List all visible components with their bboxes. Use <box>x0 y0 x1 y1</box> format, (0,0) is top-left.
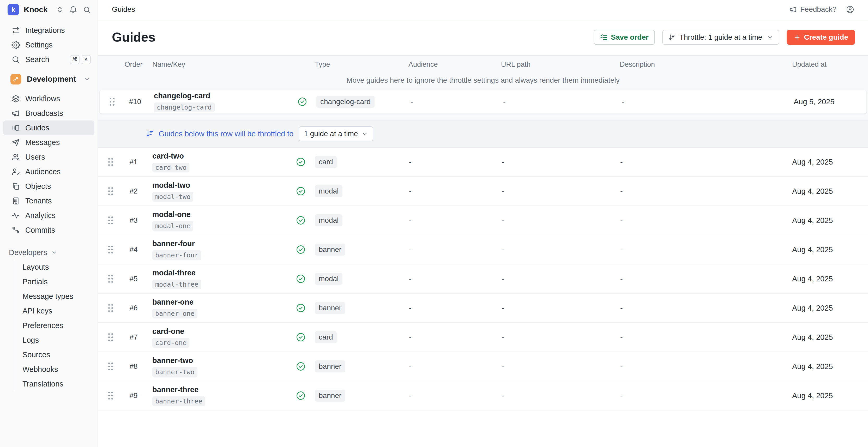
sidebar-item-label: Integrations <box>25 26 65 35</box>
sidebar-item-message-types[interactable]: Message types <box>22 289 97 304</box>
drag-handle[interactable] <box>108 158 113 166</box>
drag-handle[interactable] <box>108 187 113 195</box>
sidebar-item-analytics[interactable]: Analytics <box>3 208 94 223</box>
guide-name-link[interactable]: banner-two <box>152 356 193 365</box>
sidebar-item-layouts[interactable]: Layouts <box>22 260 97 274</box>
account-avatar-icon[interactable] <box>846 5 855 14</box>
guide-url-path: - <box>501 158 620 166</box>
sidebar-item-preferences[interactable]: Preferences <box>22 318 97 333</box>
workspace-logo: k <box>7 4 19 15</box>
guide-url-path: - <box>501 362 620 371</box>
feedback-button[interactable]: Feedback? <box>789 5 836 13</box>
guide-updated-at: Aug 4, 2025 <box>790 158 868 166</box>
keycap: K <box>82 55 91 64</box>
status-active-check-icon <box>296 274 306 284</box>
guide-name-link[interactable]: banner-four <box>152 240 195 248</box>
drag-handle[interactable] <box>110 98 115 106</box>
sort-descending-icon <box>668 33 676 41</box>
guide-name-link[interactable]: modal-two <box>152 181 190 190</box>
notifications-bell-icon[interactable] <box>69 6 77 13</box>
guide-name-link[interactable]: changelog-card <box>154 92 210 100</box>
guide-description: - <box>621 98 792 106</box>
guide-name-link[interactable]: modal-three <box>152 268 196 277</box>
dropzone-hint: Move guides here to ignore the throttle … <box>98 73 868 88</box>
environment-name: Development <box>27 74 76 84</box>
sidebar-item-objects[interactable]: Objects <box>3 179 94 193</box>
sidebar-item-api-keys[interactable]: API keys <box>22 304 97 318</box>
guide-type-badge: card <box>315 156 337 168</box>
sidebar-item-integrations[interactable]: Integrations <box>3 23 94 37</box>
guide-name-link[interactable]: banner-three <box>152 385 198 394</box>
sidebar-item-broadcasts[interactable]: Broadcasts <box>3 106 94 121</box>
throttle-dropdown[interactable]: Throttle: 1 guide at a time <box>662 30 780 45</box>
sidebar-item-webhooks[interactable]: Webhooks <box>22 362 97 377</box>
guide-type-badge: banner <box>315 390 345 402</box>
drag-handle[interactable] <box>108 246 113 254</box>
drag-handle[interactable] <box>108 362 113 370</box>
workspace-switcher[interactable]: k Knock <box>0 0 97 19</box>
save-order-button[interactable]: Save order <box>594 30 655 45</box>
sidebar-item-translations[interactable]: Translations <box>22 377 97 391</box>
pinned-guide-card: #10changelog-cardchangelog-cardchangelog… <box>99 90 867 114</box>
create-guide-button[interactable]: Create guide <box>786 30 855 45</box>
sidebar-item-label: Objects <box>25 182 51 191</box>
drag-handle[interactable] <box>108 304 113 312</box>
sidebar-item-guides[interactable]: Guides <box>3 121 94 135</box>
user-check-icon <box>11 167 20 176</box>
status-active-check-icon <box>296 303 306 313</box>
guide-name-link[interactable]: modal-one <box>152 210 191 219</box>
guide-audience: - <box>408 362 501 371</box>
guide-type-badge: banner <box>315 302 345 314</box>
guide-description: - <box>620 216 790 225</box>
sidebar-item-users[interactable]: Users <box>3 150 94 164</box>
guide-name-link[interactable]: card-one <box>152 327 184 336</box>
sidebar-item-commits[interactable]: Commits <box>3 223 94 237</box>
guide-key-badge: card-two <box>152 163 189 172</box>
sidebar-item-search[interactable]: Search⌘K <box>3 52 94 67</box>
guide-row: #6banner-onebanner-onebanner---Aug 4, 20… <box>98 294 868 323</box>
sidebar-item-label: Analytics <box>25 211 56 220</box>
sidebar-item-settings[interactable]: Settings <box>3 37 94 52</box>
environment-switcher[interactable]: Development <box>3 71 94 87</box>
guide-key-badge: modal-one <box>152 221 193 231</box>
users-icon <box>11 153 20 161</box>
megaphone-icon <box>789 5 797 13</box>
guide-type-badge: modal <box>315 185 342 197</box>
feedback-label: Feedback? <box>800 5 836 13</box>
checklist-icon <box>600 33 608 41</box>
drag-handle[interactable] <box>108 275 113 283</box>
page-header: Guides Save order Throttle: 1 guide at a… <box>98 19 868 55</box>
search-icon[interactable] <box>83 6 91 13</box>
guide-url-path: - <box>501 246 620 254</box>
drag-handle[interactable] <box>108 333 113 341</box>
sidebar-item-logs[interactable]: Logs <box>22 333 97 347</box>
guide-name-link[interactable]: card-two <box>152 152 184 160</box>
developers-section-toggle[interactable]: Developers <box>3 247 94 258</box>
sidebar-top-nav: IntegrationsSettingsSearch⌘K <box>0 19 97 67</box>
column-header: Updated at <box>790 61 868 69</box>
workspace-select-icon[interactable] <box>56 6 64 13</box>
sidebar-item-messages[interactable]: Messages <box>3 135 94 150</box>
sidebar-item-sources[interactable]: Sources <box>22 347 97 362</box>
guide-row: #8banner-twobanner-twobanner---Aug 4, 20… <box>98 352 868 381</box>
throttle-amount-select[interactable]: 1 guide at a time <box>299 126 373 141</box>
sidebar-item-workflows[interactable]: Workflows <box>3 91 94 106</box>
guide-key-badge: banner-three <box>152 396 205 406</box>
guide-name-link[interactable]: banner-one <box>152 298 193 307</box>
drag-handle[interactable] <box>108 392 113 400</box>
drag-handle[interactable] <box>108 217 113 224</box>
chevron-down-icon <box>767 34 774 41</box>
sidebar-item-audiences[interactable]: Audiences <box>3 164 94 179</box>
guide-type-badge: changelog-card <box>316 96 375 108</box>
megaphone-icon <box>11 109 20 118</box>
guide-key-badge: changelog-card <box>154 102 215 112</box>
sidebar-item-partials[interactable]: Partials <box>22 274 97 289</box>
guide-order: #9 <box>123 391 144 400</box>
sidebar-item-label: Commits <box>25 226 55 234</box>
guide-type-badge: modal <box>315 273 342 285</box>
copy-icon <box>11 182 20 191</box>
guide-row: #10changelog-cardchangelog-cardchangelog… <box>100 90 866 114</box>
sidebar-item-tenants[interactable]: Tenants <box>3 193 94 208</box>
branch-icon <box>10 74 21 85</box>
guide-updated-at: Aug 4, 2025 <box>790 216 868 225</box>
